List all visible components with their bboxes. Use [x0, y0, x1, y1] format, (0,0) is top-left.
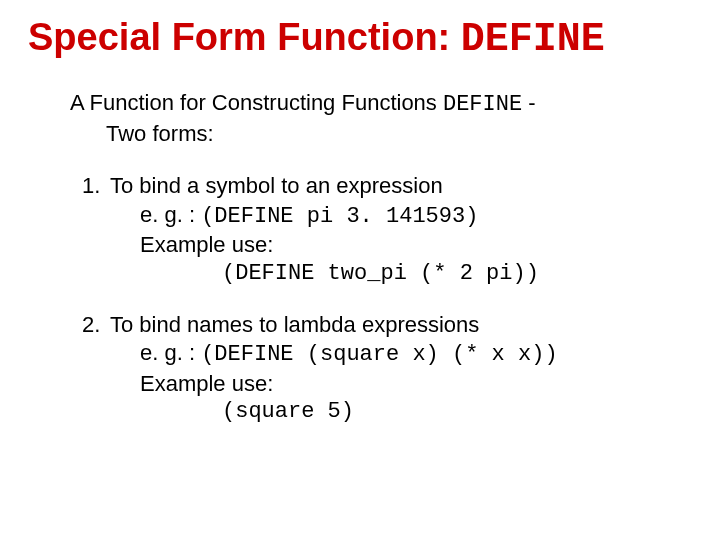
- intro-paragraph: A Function for Constructing Functions DE…: [28, 89, 692, 148]
- title-keyword: DEFINE: [461, 17, 605, 62]
- item-head: To bind names to lambda expressions: [110, 312, 479, 337]
- intro-keyword: DEFINE: [443, 92, 522, 117]
- item-use-label: Example use:: [110, 370, 692, 399]
- intro-line1-post: -: [522, 90, 535, 115]
- item-number: 1.: [82, 172, 100, 201]
- item-use-label: Example use:: [110, 231, 692, 260]
- list-item: 2. To bind names to lambda expressions e…: [110, 311, 692, 427]
- eg-code: (DEFINE pi 3. 141593): [201, 204, 478, 229]
- title-prefix: Special Form Function:: [28, 16, 461, 58]
- intro-line2: Two forms:: [70, 120, 692, 149]
- eg-label: e. g. :: [140, 202, 201, 227]
- item-use-code: (DEFINE two_pi (* 2 pi)): [110, 260, 692, 289]
- item-number: 2.: [82, 311, 100, 340]
- eg-label: e. g. :: [140, 340, 201, 365]
- eg-code: (DEFINE (square x) (* x x)): [201, 342, 557, 367]
- slide-title: Special Form Function: DEFINE: [28, 18, 692, 61]
- item-example-line: e. g. : (DEFINE (square x) (* x x)): [110, 339, 692, 370]
- forms-list: 1. To bind a symbol to an expression e. …: [28, 172, 692, 427]
- item-use-code: (square 5): [110, 398, 692, 427]
- item-example-line: e. g. : (DEFINE pi 3. 141593): [110, 201, 692, 232]
- intro-line1-pre: A Function for Constructing Functions: [70, 90, 443, 115]
- slide: Special Form Function: DEFINE A Function…: [0, 0, 720, 540]
- item-head: To bind a symbol to an expression: [110, 173, 443, 198]
- list-item: 1. To bind a symbol to an expression e. …: [110, 172, 692, 288]
